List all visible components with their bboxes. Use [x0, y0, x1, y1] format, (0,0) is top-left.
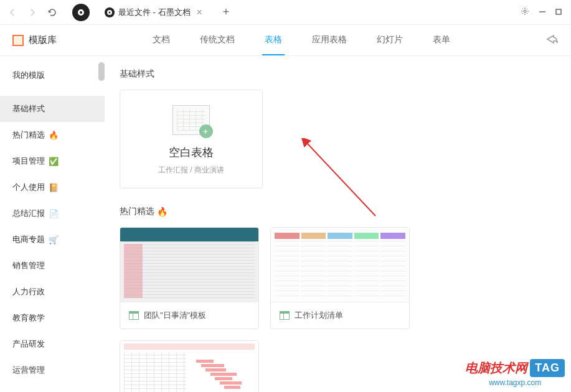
- brand[interactable]: 模版库: [12, 34, 57, 46]
- tab-form[interactable]: 表单: [430, 26, 453, 55]
- template-card[interactable]: 工作计划清单: [270, 227, 410, 329]
- browser-titlebar: 最近文件 - 石墨文档 × +: [0, 0, 571, 25]
- sidebar-item-my-templates[interactable]: 我的模版: [0, 62, 105, 88]
- sheet-icon: [129, 311, 139, 320]
- sidebar-item-education[interactable]: 教育教学: [0, 305, 105, 331]
- fire-icon: 🔥: [157, 207, 168, 217]
- sidebar-item-ecommerce[interactable]: 电商专题🛒: [0, 226, 105, 253]
- blank-card-subtitle: 工作汇报 / 商业演讲: [158, 165, 224, 175]
- tab-strip: 最近文件 - 石墨文档 × +: [65, 1, 511, 24]
- sidebar-item-sales[interactable]: 销售管理: [0, 253, 105, 279]
- template-library-icon: [12, 35, 24, 46]
- notebook-icon: 📔: [49, 183, 59, 192]
- sidebar-item-operations[interactable]: 运营管理: [0, 357, 105, 383]
- active-tab[interactable]: 最近文件 - 石墨文档 ×: [97, 1, 212, 24]
- minimize-button[interactable]: [539, 7, 546, 18]
- reload-button[interactable]: [45, 5, 60, 20]
- sidebar-item-summary-report[interactable]: 总结汇报📄: [0, 200, 105, 226]
- sidebar-item-product-dev[interactable]: 产品研发: [0, 331, 105, 357]
- tab-spreadsheet[interactable]: 表格: [262, 26, 285, 55]
- svg-point-1: [80, 11, 82, 14]
- template-name: 团队"日事清"模板: [144, 310, 206, 321]
- section-basic-title: 基础样式: [120, 68, 556, 80]
- svg-point-3: [109, 11, 111, 13]
- tab-slides[interactable]: 幻灯片: [374, 26, 405, 55]
- sidebar-item-project-mgmt[interactable]: 项目管理✅: [0, 148, 105, 174]
- template-card[interactable]: 日历工作计划表: [120, 340, 259, 392]
- sidebar-item-basic-styles[interactable]: 基础样式: [0, 96, 105, 122]
- template-name: 工作计划清单: [295, 310, 343, 321]
- tab-legacy-document[interactable]: 传统文档: [197, 26, 237, 55]
- svg-rect-6: [556, 9, 561, 14]
- watermark-url: www.tagxp.com: [465, 378, 565, 387]
- blank-card-title: 空白表格: [169, 145, 214, 160]
- app-header: 模版库 文档 传统文档 表格 应用表格 幻灯片 表单: [0, 25, 571, 56]
- watermark-tag: TAG: [530, 359, 565, 377]
- sidebar-scrollbar[interactable]: [98, 62, 105, 81]
- report-icon: 📄: [49, 209, 59, 218]
- tab-title: 最近文件 - 石墨文档: [118, 7, 191, 18]
- settings-icon[interactable]: [520, 6, 530, 19]
- template-preview: [120, 228, 258, 302]
- new-tab-button[interactable]: +: [217, 4, 235, 21]
- sidebar: 我的模版 基础样式 热门精选🔥 项目管理✅ 个人使用📔 总结汇报📄 电商专题🛒 …: [0, 25, 105, 392]
- shimo-favicon-icon: [105, 7, 115, 17]
- watermark-text: 电脑技术网: [465, 360, 527, 376]
- maximize-button[interactable]: [555, 7, 562, 18]
- category-tabs: 文档 传统文档 表格 应用表格 幻灯片 表单: [150, 26, 453, 55]
- check-icon: ✅: [49, 157, 59, 166]
- app-body: 我的模版 基础样式 热门精选🔥 项目管理✅ 个人使用📔 总结汇报📄 电商专题🛒 …: [0, 25, 571, 392]
- template-preview: [120, 341, 258, 392]
- watermark: 电脑技术网 TAG www.tagxp.com: [465, 359, 565, 387]
- sidebar-item-marketing[interactable]: 市场营销: [0, 383, 105, 392]
- pinned-tab[interactable]: [65, 1, 97, 24]
- sheet-icon: [280, 311, 290, 320]
- window-controls: [511, 6, 571, 19]
- share-icon[interactable]: [546, 34, 559, 47]
- main-content: 基础样式 + 空白表格 工作汇报 / 商业演讲 热门精选 🔥 团队"日事清"模板: [105, 25, 571, 392]
- template-preview: [271, 228, 409, 302]
- shimo-logo-icon: [72, 4, 90, 21]
- section-hot-title: 热门精选 🔥: [120, 206, 556, 217]
- sidebar-item-hot[interactable]: 热门精选🔥: [0, 122, 105, 148]
- fire-icon: 🔥: [49, 131, 59, 140]
- svg-point-4: [524, 10, 526, 12]
- template-card[interactable]: 团队"日事清"模板: [120, 227, 259, 329]
- sidebar-item-hr[interactable]: 人力行政: [0, 279, 105, 305]
- blank-spreadsheet-card[interactable]: + 空白表格 工作汇报 / 商业演讲: [120, 90, 263, 189]
- tab-document[interactable]: 文档: [150, 26, 172, 55]
- back-button[interactable]: [5, 5, 20, 20]
- spreadsheet-icon: +: [172, 105, 210, 135]
- cart-icon: 🛒: [49, 235, 59, 245]
- nav-controls: [0, 5, 65, 20]
- sidebar-item-personal[interactable]: 个人使用📔: [0, 174, 105, 200]
- forward-button[interactable]: [25, 5, 40, 20]
- plus-badge-icon: +: [201, 126, 210, 136]
- brand-label: 模版库: [29, 34, 57, 46]
- tab-app-sheet[interactable]: 应用表格: [309, 26, 349, 55]
- tab-close-button[interactable]: ×: [194, 7, 205, 18]
